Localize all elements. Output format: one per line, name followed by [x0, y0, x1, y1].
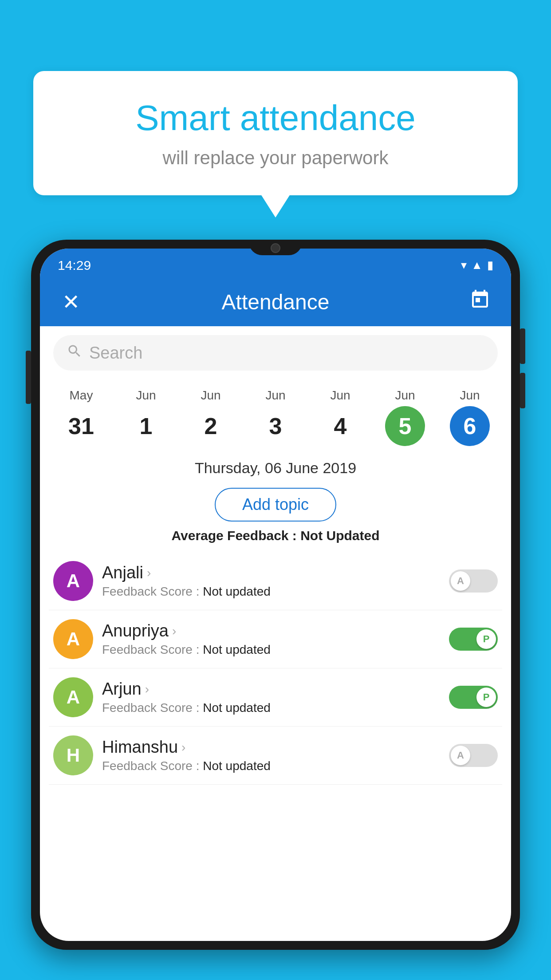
student-feedback-arjun: Feedback Score : Not updated: [102, 701, 440, 715]
student-name-arjun: Arjun ›: [102, 680, 440, 699]
speech-bubble-title: Smart attendance: [69, 98, 482, 138]
attendance-toggle-anupriya[interactable]: P: [449, 628, 498, 651]
volume-up-button[interactable]: [520, 328, 525, 364]
avg-feedback-value: Not Updated: [300, 528, 379, 543]
student-info-anupriya: Anupriya › Feedback Score : Not updated: [102, 621, 440, 657]
student-name-himanshu: Himanshu ›: [102, 738, 440, 757]
selected-date-display: Thursday, 06 June 2019: [40, 450, 511, 481]
student-feedback-anupriya: Feedback Score : Not updated: [102, 643, 440, 657]
average-feedback: Average Feedback : Not Updated: [40, 528, 511, 543]
app-bar-title: Attendance: [84, 290, 467, 314]
chevron-icon: ›: [147, 566, 151, 580]
student-info-arjun: Arjun › Feedback Score : Not updated: [102, 680, 440, 715]
volume-down-button[interactable]: [520, 373, 525, 408]
phone-wrapper: 14:29 ▾ ▲ ▮ ✕ Attendance: [31, 240, 520, 980]
student-row-anupriya[interactable]: A Anupriya › Feedback Score : Not update…: [49, 610, 502, 668]
close-icon[interactable]: ✕: [58, 289, 84, 314]
attendance-toggle-anjali[interactable]: A: [449, 569, 498, 593]
avatar-anupriya: A: [53, 619, 93, 659]
calendar-day-may31[interactable]: May 31: [61, 388, 101, 446]
speech-bubble-subtitle: will replace your paperwork: [69, 147, 482, 169]
calendar-strip: May 31 Jun 1 Jun 2 Jun 3 Jun 4: [40, 379, 511, 450]
phone-outer: 14:29 ▾ ▲ ▮ ✕ Attendance: [31, 240, 520, 950]
phone-camera: [271, 243, 280, 253]
add-topic-button[interactable]: Add topic: [215, 488, 336, 522]
student-name-anjali: Anjali ›: [102, 563, 440, 582]
avg-feedback-label: Average Feedback :: [171, 528, 296, 543]
avatar-arjun: A: [53, 677, 93, 717]
calendar-day-jun3[interactable]: Jun 3: [256, 388, 295, 446]
chevron-icon: ›: [172, 624, 176, 638]
calendar-icon[interactable]: [467, 289, 493, 315]
avatar-himanshu: H: [53, 735, 93, 775]
student-info-anjali: Anjali › Feedback Score : Not updated: [102, 563, 440, 599]
speech-bubble-container: Smart attendance will replace your paper…: [33, 71, 518, 195]
calendar-day-jun1[interactable]: Jun 1: [126, 388, 166, 446]
battery-icon: ▮: [487, 258, 493, 272]
student-list: A Anjali › Feedback Score : Not updated …: [40, 552, 511, 785]
attendance-toggle-himanshu[interactable]: A: [449, 744, 498, 767]
phone-notch: [249, 240, 302, 255]
student-name-anupriya: Anupriya ›: [102, 621, 440, 640]
status-icons: ▾ ▲ ▮: [461, 258, 493, 272]
avatar-anjali: A: [53, 561, 93, 601]
calendar-day-jun6[interactable]: Jun 6: [450, 388, 490, 446]
phone-screen: 14:29 ▾ ▲ ▮ ✕ Attendance: [40, 249, 511, 941]
student-row-arjun[interactable]: A Arjun › Feedback Score : Not updated P: [49, 668, 502, 727]
chevron-icon: ›: [145, 682, 149, 696]
student-row-himanshu[interactable]: H Himanshu › Feedback Score : Not update…: [49, 727, 502, 785]
student-feedback-himanshu: Feedback Score : Not updated: [102, 759, 440, 773]
signal-icon: ▲: [471, 258, 483, 272]
student-feedback-anjali: Feedback Score : Not updated: [102, 585, 440, 599]
student-info-himanshu: Himanshu › Feedback Score : Not updated: [102, 738, 440, 773]
calendar-day-jun2[interactable]: Jun 2: [191, 388, 231, 446]
chevron-icon: ›: [181, 740, 185, 755]
app-bar: ✕ Attendance: [40, 277, 511, 326]
student-row-anjali[interactable]: A Anjali › Feedback Score : Not updated …: [49, 552, 502, 610]
search-bar[interactable]: Search: [53, 335, 498, 371]
power-button[interactable]: [26, 351, 31, 404]
calendar-day-jun4[interactable]: Jun 4: [320, 388, 360, 446]
search-text: Search: [89, 344, 142, 363]
search-icon: [67, 343, 83, 363]
wifi-icon: ▾: [461, 258, 467, 272]
attendance-toggle-arjun[interactable]: P: [449, 686, 498, 709]
status-time: 14:29: [58, 258, 91, 273]
speech-bubble: Smart attendance will replace your paper…: [33, 71, 518, 195]
calendar-day-jun5[interactable]: Jun 5: [385, 388, 425, 446]
